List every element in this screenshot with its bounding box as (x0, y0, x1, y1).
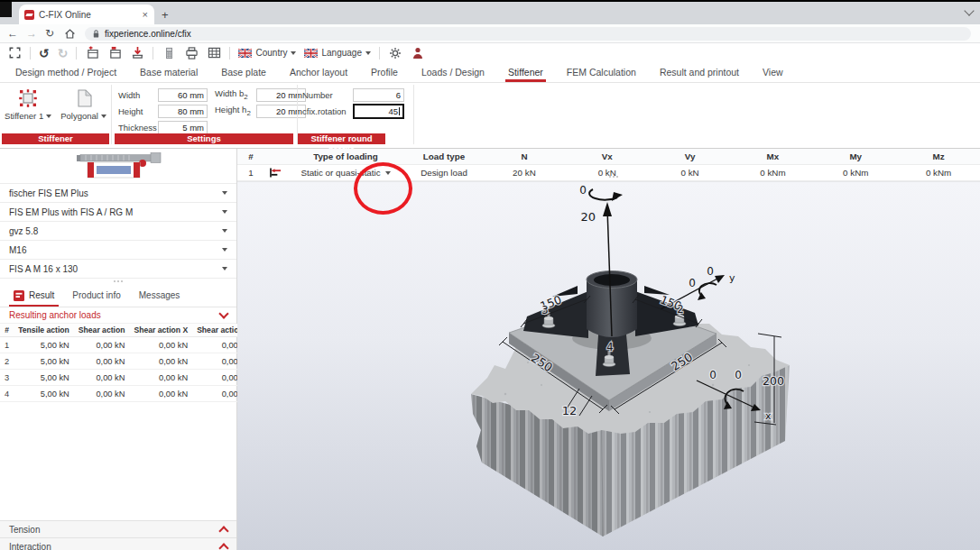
height-input[interactable]: 80 mm (158, 105, 208, 118)
svg-text:0: 0 (689, 277, 696, 289)
redo-icon[interactable]: ↻ (58, 47, 69, 60)
svg-text:x: x (765, 410, 772, 422)
svg-text:y: y (729, 272, 735, 284)
stiffener-ribbon: Stiffener 1 Polygonal Stiffener Width60 … (0, 83, 980, 149)
lock-icon (92, 29, 100, 39)
tab-messages[interactable]: Messages (131, 284, 189, 307)
tab-view[interactable]: View (751, 62, 795, 82)
svg-text:12: 12 (562, 404, 578, 417)
report-table-icon[interactable] (207, 46, 221, 60)
settings-gear-icon[interactable] (388, 46, 402, 60)
chevron-down-icon (46, 115, 51, 118)
height-h2-input[interactable]: 20 mm (256, 105, 306, 118)
url-field[interactable]: fixperience.online/cfix (85, 27, 971, 41)
model-viewport[interactable]: 20 0 y 0 0 (237, 181, 980, 550)
app-window: C-FIX Online × + ← → ↻ fixperience.onlin… (0, 0, 980, 550)
rotation-input[interactable]: 45 (353, 104, 404, 119)
height-label: Height (118, 106, 154, 116)
print-icon[interactable] (184, 46, 199, 60)
export-download-icon[interactable] (130, 46, 144, 60)
model-3d-scene: 20 0 y 0 0 (237, 182, 980, 550)
save-project-icon[interactable] (107, 46, 122, 60)
thickness-input[interactable]: 5 mm (158, 121, 208, 134)
tab-result-and-printout[interactable]: Result and printout (648, 62, 751, 82)
width-b2-input[interactable]: 20 mm (256, 88, 306, 102)
svg-text:0: 0 (579, 184, 587, 197)
panel-round-profile: Number6 cfix.rotation45 Stiffener round … (300, 83, 407, 146)
chevron-up-icon (218, 543, 228, 550)
tab-base-material[interactable]: Base material (128, 62, 209, 82)
select-anchor-system[interactable]: FIS EM Plus with FIS A / RG M (0, 203, 236, 222)
calculator-icon[interactable] (162, 46, 176, 60)
product-image (0, 149, 236, 183)
col-header: Shear action (74, 324, 130, 337)
undo-icon[interactable]: ↺ (39, 47, 50, 60)
fullscreen-icon[interactable] (7, 46, 22, 60)
svg-text:0: 0 (709, 369, 717, 381)
col-header: # (0, 324, 14, 337)
height-h2-label: Height h2 (215, 105, 253, 117)
tab-close-icon[interactable]: × (142, 9, 149, 20)
tab-loads-design[interactable]: Loads / Design (410, 62, 496, 82)
tabstrip-chevron-icon[interactable] (964, 5, 974, 15)
site-favicon-icon (24, 10, 34, 20)
tab-profile[interactable]: Profile (359, 62, 410, 82)
tab-product-info[interactable]: Product info (64, 284, 128, 307)
chevron-down-icon (222, 267, 227, 270)
tab-stiffener[interactable]: Stiffener (496, 62, 555, 82)
anchor-loads-table: # Tensile action Shear action Shear acti… (0, 324, 255, 402)
table-row: 35,00 kN0,00 kN0,00 kN0,00 kN (0, 370, 255, 386)
section-resulting-anchor-loads[interactable]: Resulting anchor loads (0, 307, 236, 324)
svg-text:4: 4 (606, 341, 613, 353)
tab-title: C-FIX Online (39, 10, 137, 20)
select-material[interactable]: gvz 5.8 (0, 222, 236, 241)
width-input[interactable]: 60 mm (158, 88, 208, 102)
svg-text:20: 20 (580, 210, 596, 224)
sidebar: fischer FIS EM Plus FIS EM Plus with FIS… (0, 149, 237, 550)
type-of-loading-select[interactable]: Static or quasi-static (286, 168, 405, 178)
reload-icon[interactable]: ↻ (45, 28, 54, 39)
section-interaction[interactable]: Interaction (0, 537, 236, 550)
select-size[interactable]: M16 (0, 241, 236, 260)
svg-text:200: 200 (763, 374, 784, 388)
width-b2-label: Width b2 (215, 88, 253, 101)
new-project-icon[interactable] (85, 46, 99, 60)
tab-anchor-layout[interactable]: Anchor layout (278, 62, 359, 82)
tab-fem-calculation[interactable]: FEM Calculation (555, 62, 648, 82)
browser-tab[interactable]: C-FIX Online × (19, 5, 154, 24)
tab-result[interactable]: Result (5, 284, 62, 307)
tab-base-plate[interactable]: Base plate (209, 62, 278, 82)
country-flag-icon (238, 49, 252, 58)
select-product[interactable]: FIS A M 16 x 130 (0, 260, 236, 279)
tab-design-method-project[interactable]: Design method / Project (4, 62, 128, 82)
polygonal-shape-icon (73, 87, 95, 109)
shape-select[interactable]: Polygonal (60, 87, 106, 121)
back-icon[interactable]: ← (7, 28, 18, 39)
home-icon[interactable] (62, 26, 77, 41)
col-header: Tensile action (14, 324, 74, 337)
col-header: Shear action X (129, 324, 192, 337)
section-tension[interactable]: Tension (0, 520, 236, 537)
chevron-up-icon (218, 526, 228, 536)
chevron-down-icon (218, 308, 228, 318)
loads-table-header: # Type of loading Load type N Vx Vy Mx M… (237, 149, 980, 165)
country-label: Country (255, 48, 287, 58)
stiffener-select[interactable]: Stiffener 1 (5, 87, 51, 121)
forward-icon[interactable]: → (26, 28, 37, 39)
browser-tab-strip: C-FIX Online × + (0, 0, 980, 24)
new-tab-button[interactable]: + (162, 8, 169, 22)
svg-text:2: 2 (677, 303, 683, 316)
user-profile-icon[interactable] (411, 46, 425, 60)
language-dropdown[interactable]: Language (304, 48, 371, 58)
group-label-settings: Settings (115, 133, 293, 144)
thickness-label: Thickness (118, 123, 154, 133)
rotation-label: cfix.rotation (302, 106, 349, 116)
country-dropdown[interactable]: Country (238, 48, 296, 58)
number-input[interactable]: 6 (353, 88, 404, 102)
table-resize-handle[interactable] (609, 176, 618, 178)
select-anchor-family[interactable]: fischer FIS EM Plus (0, 183, 236, 203)
sidebar-tabs: Result Product info Messages (0, 284, 236, 307)
table-row: 45,00 kN0,00 kN0,00 kN0,00 kN (0, 386, 255, 402)
chevron-down-icon (101, 115, 106, 118)
chevron-down-icon (222, 191, 227, 195)
